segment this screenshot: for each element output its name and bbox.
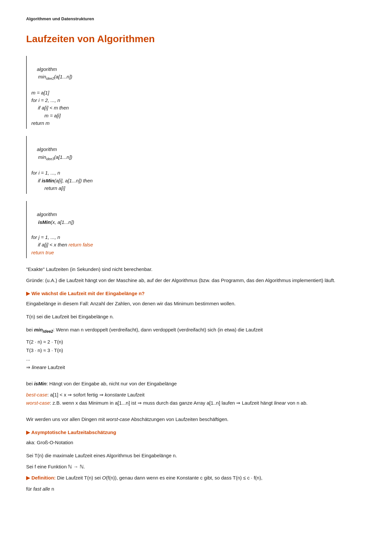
ismin-laufzeit-block: bei isMin: Hängt von der Eingabe ab, nic… bbox=[26, 380, 366, 407]
tn-max-line: Sei T(n) die maximale Laufzeit eines Alg… bbox=[26, 452, 366, 460]
page-title: Laufzeiten von Algorithmen bbox=[26, 31, 366, 47]
ismin-intro-line: bei isMin: Hängt von der Eingabe ab, nic… bbox=[26, 380, 366, 388]
tn-def-block: T(n) sei die Laufzeit bei Eingabelänge n… bbox=[26, 313, 366, 321]
wir-werden-text: Wir werden uns vor allen Dingen mit wors… bbox=[26, 415, 366, 423]
dots-line: ... bbox=[26, 355, 366, 363]
tn-def: T(n) sei die Laufzeit bei Eingabelänge n… bbox=[26, 313, 366, 321]
algorithm-min-idee3: algorithm minidee3(a[1...n]) for i = 1, … bbox=[26, 136, 366, 194]
algorithm-ismin: algorithm isMin(x, a[1...n]) for j = 1, … bbox=[26, 201, 366, 258]
linear-line: ⇒ lineare Laufzeit bbox=[26, 363, 366, 371]
aka-block: aka: Groß-O-Notation bbox=[26, 439, 366, 446]
t3n-line: T(3 · n) ≈ 3 · T(n) bbox=[26, 346, 366, 354]
page-subtitle: Algorithmen und Datenstrukturen bbox=[26, 16, 366, 22]
min-idee2-laufzeit-block: bei minidee2: Wenn man n verdoppelt (ver… bbox=[26, 326, 366, 371]
definition-block: Sei T(n) die maximale Laufzeit eines Alg… bbox=[26, 452, 366, 493]
exakte-text1: "Exakte" Laufzeiten (in Sekunden) sind n… bbox=[26, 265, 366, 273]
sub-idee2: idee2 bbox=[46, 77, 54, 80]
fuer-fast-alle: für fast alle n bbox=[26, 485, 366, 493]
best-case-line: best-case: a[1] < x ⇒ sofort fertig ⇒ ko… bbox=[26, 391, 366, 399]
t2n-line: T(2 · n) ≈ 2 · T(n) bbox=[26, 338, 366, 346]
wir-werden-block: Wir werden uns vor allen Dingen mit wors… bbox=[26, 415, 366, 423]
sub-idee3: idee3 bbox=[46, 157, 54, 161]
worst-case-line: worst-case: z.B. wenn x das Minimum in a… bbox=[26, 399, 366, 407]
min-idee2-intro-line: bei minidee2: Wenn man n verdoppelt (ver… bbox=[26, 326, 366, 335]
exakte-laufzeiten-block: "Exakte" Laufzeiten (in Sekunden) sind n… bbox=[26, 265, 366, 284]
section-wie-waechst: Wie wächst die Laufzeit mit der Eingabel… bbox=[26, 290, 366, 297]
exakte-text2: Gründe: (u.A.) die Laufzeit hängt von de… bbox=[26, 277, 366, 284]
definition-line: ▶ Definition: Die Laufzeit T(n) sei O(f(… bbox=[26, 474, 366, 482]
f-func-line: Sei f eine Funktion ℕ → ℕ. bbox=[26, 463, 366, 471]
aka-text: aka: Groß-O-Notation bbox=[26, 439, 366, 446]
algorithm-min-idee2: algorithm minidee2(a[1...n]) m = a[1] fo… bbox=[26, 56, 366, 129]
section-asymptotisch: Asymptotische Laufzeitabschätzung bbox=[26, 429, 366, 436]
eingabe-text: Eingabelänge in diesem Fall: Anzahl der … bbox=[26, 300, 366, 308]
eingabe-laenge: Eingabelänge in diesem Fall: Anzahl der … bbox=[26, 300, 366, 308]
